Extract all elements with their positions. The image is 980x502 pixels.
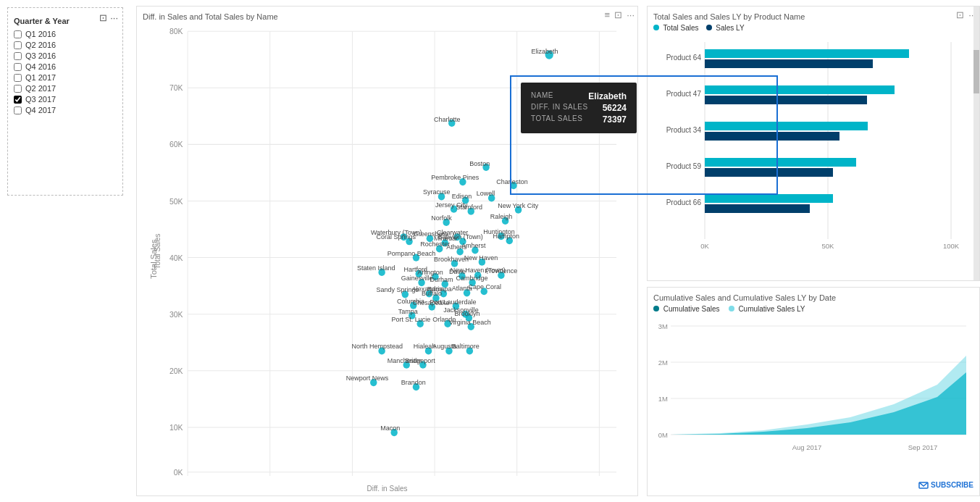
svg-text:Durham: Durham — [430, 276, 453, 283]
svg-text:60K: 60K — [169, 140, 183, 148]
svg-text:Bridgeport: Bridgeport — [405, 356, 435, 364]
svg-text:Amherst: Amherst — [461, 242, 486, 249]
cumulative-dot-ly — [729, 306, 734, 311]
svg-text:Baltimore: Baltimore — [452, 343, 479, 350]
slicer-item-q2-2016[interactable]: Q2 2016 — [14, 41, 117, 49]
tooltip-diff-row: DIFF. IN SALES 56224 — [531, 103, 627, 113]
svg-text:Product 47: Product 47 — [666, 90, 702, 98]
svg-rect-108 — [705, 168, 833, 177]
svg-text:Sep 2017: Sep 2017 — [908, 443, 938, 451]
svg-rect-98 — [705, 49, 909, 58]
slicer-checkbox-q1-2017[interactable] — [14, 74, 22, 82]
cumulative-svg: .cum-label { font-size: 9.5px; fill: #88… — [648, 316, 979, 461]
subscribe-button[interactable]: SUBSCRIBE — [918, 480, 973, 490]
svg-rect-105 — [705, 132, 839, 141]
tooltip-total-label: TOTAL SALES — [531, 114, 582, 125]
tooltip-name-label: NAME — [531, 91, 553, 101]
svg-text:2M: 2M — [658, 359, 668, 367]
slicer-checkbox-q2-2017[interactable] — [14, 85, 22, 93]
svg-text:100K: 100K — [943, 242, 960, 250]
cumulative-legend-total: Cumulative Sales — [653, 305, 720, 313]
svg-text:50K: 50K — [169, 196, 183, 205]
scatter-toolbar: ≡ ⊡ ··· — [605, 9, 635, 20]
svg-text:50K: 50K — [822, 242, 835, 250]
svg-rect-111 — [705, 204, 810, 213]
svg-text:Providence: Providence — [485, 267, 517, 275]
bar-svg: .bar-label { font-size: 10px; fill: #555… — [650, 35, 976, 252]
main-content: Diff. in Sales and Total Sales by Name ≡… — [130, 0, 980, 502]
scatter-x-axis-label: Diff. in Sales — [367, 485, 408, 493]
svg-text:Pembroke Pines: Pembroke Pines — [431, 174, 479, 181]
svg-text:10K: 10K — [169, 423, 183, 432]
slicer-item-q3-2016[interactable]: Q3 2016 — [14, 51, 117, 60]
dashboard: ⊡ ··· Quarter & Year Q1 2016 Q2 2016 Q3 … — [0, 0, 980, 502]
slicer-panel: ⊡ ··· Quarter & Year Q1 2016 Q2 2016 Q3 … — [7, 7, 123, 196]
bar-chart: Total Sales and Sales LY by Product Name… — [647, 6, 980, 281]
svg-text:Cambridge: Cambridge — [456, 275, 487, 282]
svg-text:Norfolk: Norfolk — [431, 214, 452, 222]
slicer-item-q1-2017[interactable]: Q1 2017 — [14, 73, 117, 82]
svg-text:Edison: Edison — [452, 193, 472, 200]
slicer-item-q2-2017[interactable]: Q2 2017 — [14, 84, 117, 93]
svg-text:Macon: Macon — [380, 424, 400, 432]
svg-text:Buffalo: Buffalo — [422, 290, 442, 297]
bar-scrollbar[interactable] — [973, 7, 979, 280]
bar-legend: Total Sales Sales LY — [648, 21, 979, 35]
svg-text:Product 66: Product 66 — [666, 198, 702, 206]
svg-text:Staten Island: Staten Island — [357, 264, 395, 272]
cumulative-chart: Cumulative Sales and Cumulative Sales LY… — [647, 287, 980, 496]
svg-rect-104 — [705, 122, 868, 130]
cumulative-title: Cumulative Sales and Cumulative Sales LY… — [648, 288, 979, 302]
svg-text:Port Lauderdale: Port Lauderdale — [430, 298, 476, 305]
svg-text:Stamford: Stamford — [456, 203, 482, 210]
bar-expand-icon[interactable]: ⊡ — [956, 9, 964, 20]
bar-legend-total-dot — [653, 25, 659, 30]
slicer-checkbox-q4-2017[interactable] — [14, 106, 22, 114]
svg-text:Raleigh: Raleigh — [490, 213, 512, 220]
cumulative-legend: Cumulative Sales Cumulative Sales LY — [648, 302, 979, 316]
svg-text:0M: 0M — [658, 431, 668, 439]
svg-text:Aug 2017: Aug 2017 — [792, 443, 822, 451]
tooltip-total-row: TOTAL SALES 73397 — [531, 114, 627, 125]
bar-title: Total Sales and Sales LY by Product Name — [648, 7, 979, 21]
scatter-more-icon[interactable]: ··· — [627, 9, 635, 20]
scatter-lines-icon[interactable]: ≡ — [605, 9, 611, 20]
bar-scrollbar-thumb[interactable] — [973, 50, 979, 93]
svg-text:Brooklyn: Brooklyn — [455, 309, 480, 317]
svg-text:30K: 30K — [169, 309, 183, 318]
svg-text:Newport News: Newport News — [346, 375, 389, 382]
slicer-item-q1-2016[interactable]: Q1 2016 — [14, 30, 117, 38]
scatter-tooltip: NAME Elizabeth DIFF. IN SALES 56224 TOTA… — [521, 83, 637, 133]
svg-text:0K: 0K — [174, 468, 184, 477]
svg-text:New Haven: New Haven — [464, 254, 498, 261]
slicer-checkbox-q2-2016[interactable] — [14, 41, 22, 49]
slicer-more-icon[interactable]: ··· — [110, 12, 118, 23]
slicer-item-q4-2017[interactable]: Q4 2017 — [14, 106, 117, 114]
svg-text:New York City: New York City — [498, 201, 538, 209]
svg-text:Product 59: Product 59 — [666, 162, 702, 170]
svg-text:North Hempstead: North Hempstead — [351, 343, 402, 350]
svg-text:Cape Coral: Cape Coral — [468, 283, 501, 290]
slicer-checkbox-q3-2016[interactable] — [14, 52, 22, 60]
svg-text:1M: 1M — [658, 395, 668, 403]
svg-text:Port St. Lucie: Port St. Lucie — [391, 316, 430, 323]
slicer-checkbox-q3-2017[interactable] — [14, 96, 22, 104]
scatter-expand-icon[interactable]: ⊡ — [614, 9, 622, 20]
bar-legend-total: Total Sales — [653, 24, 699, 32]
svg-text:20K: 20K — [169, 367, 183, 375]
svg-text:Brandon: Brandon — [401, 379, 426, 386]
slicer-checkbox-q4-2016[interactable] — [14, 63, 22, 71]
svg-text:Charleston: Charleston — [496, 178, 527, 185]
scatter-y-axis-label: Total Sales — [154, 233, 162, 269]
svg-text:3M: 3M — [658, 322, 668, 330]
svg-text:Coral Springs: Coral Springs — [377, 233, 416, 240]
bar-legend-ly: Sales LY — [706, 24, 745, 32]
slicer-items: Q1 2016 Q2 2016 Q3 2016 Q4 2016 Q1 2017 … — [14, 30, 117, 114]
slicer-grid-icon[interactable]: ⊡ — [99, 12, 107, 23]
svg-rect-99 — [705, 59, 873, 68]
slicer-checkbox-q1-2016[interactable] — [14, 30, 22, 38]
slicer-item-q4-2016[interactable]: Q4 2016 — [14, 62, 117, 71]
tooltip-name-row: NAME Elizabeth — [531, 91, 627, 101]
slicer-item-q3-2017[interactable]: Q3 2017 — [14, 95, 117, 104]
svg-rect-101 — [705, 85, 895, 94]
